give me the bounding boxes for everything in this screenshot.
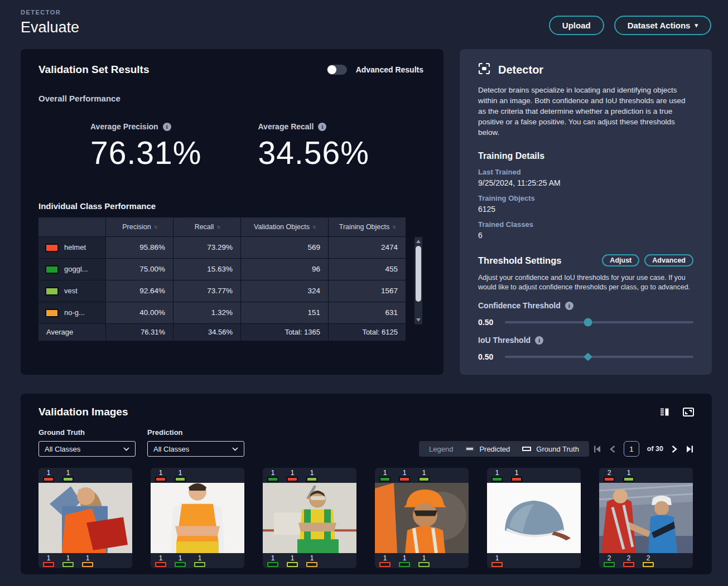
table-row: no-g... 40.00% 1.32% 151 631 [38,302,414,323]
recall-cell: 15.63% [173,259,240,280]
scrollbar-thumb[interactable] [416,246,421,302]
ground-truth-select[interactable]: All Classes [38,441,136,457]
confidence-threshold-slider[interactable] [505,321,693,323]
confidence-threshold-value: 0.50 [478,318,505,327]
last-trained-detail: Last Trained 9/25/2024, 11:25:25 AM [478,168,693,187]
iou-threshold-block: IoU Threshold i 0.50 [478,336,693,361]
page-number-input[interactable] [624,441,639,457]
list-view-icon[interactable] [660,408,669,417]
recall-column-header[interactable]: Recall↑↓ [173,217,240,236]
precision-column-header[interactable]: Precision↑↓ [106,217,173,236]
average-label: Average [38,324,105,341]
sort-icon[interactable]: ↑↓ [392,224,395,230]
validation-photo [375,483,469,553]
table-body: helmet 95.86% 73.29% 569 2474 goggl... 7… [38,237,414,323]
average-recall-cell: 34.56% [173,324,240,341]
ground-truth-select-value: All Classes [45,445,80,453]
average-precision-metric: Average Precision i 76.31% [90,122,258,171]
predicted-chip [155,477,166,482]
validation-image-card[interactable]: 2 1 2 2 2 [599,468,693,568]
training-objects-label: Training Objects [478,194,693,202]
class-performance-table: Precision↑↓ Recall↑↓ Validation Objects↑… [38,217,414,341]
next-page-button[interactable] [671,445,678,453]
ground-truth-chip [643,562,654,567]
predicted-badges: 1 1 1 [375,468,469,483]
ground-truth-chip [287,562,298,567]
training-objects-detail: Training Objects 6125 [478,194,693,214]
predicted-chip [43,477,54,482]
sort-icon[interactable]: ↑↓ [312,224,315,230]
recall-cell: 73.29% [173,237,240,258]
info-icon[interactable]: i [163,123,171,131]
validation-image-card[interactable]: 1 1 1 [487,468,581,568]
sort-icon[interactable]: ↑↓ [216,224,219,230]
average-recall-value: 34.56% [258,134,426,171]
ground-truth-chip [399,562,410,567]
info-icon[interactable]: i [535,336,543,345]
chevron-down-icon: ▾ [695,22,698,29]
scroll-down-icon[interactable] [416,318,421,322]
main-row: Validation Set Results Advanced Results … [0,49,728,375]
trained-classes-label: Trained Classes [478,220,693,229]
validation-total-cell: Total: 1365 [241,324,328,341]
training-objects-cell: 1567 [329,280,406,302]
advanced-button[interactable]: Advanced [644,254,693,267]
ground-truth-chip [623,562,634,567]
ground-truth-chip [62,562,74,567]
validation-image-card[interactable]: 1 1 1 1 1 1 [263,468,356,568]
info-icon[interactable]: i [565,302,573,310]
last-page-button[interactable] [686,445,694,453]
class-performance-heading: Individual Class Performance [38,201,426,211]
threshold-settings-head: Threshold Settings Adjust Advanced [478,254,693,267]
predicted-chip [267,477,278,482]
adjust-button[interactable]: Adjust [602,254,639,267]
table-header-row: Precision↑↓ Recall↑↓ Validation Objects↑… [38,217,414,236]
info-icon[interactable]: i [318,123,326,131]
slider-knob[interactable] [584,352,592,361]
validation-image-card[interactable]: 1 1 1 1 1 [151,468,244,568]
detector-head: Detector [478,62,693,77]
class-name: helmet [64,237,86,258]
scroll-up-icon[interactable] [416,240,421,243]
ground-truth-badges: 2 2 2 [599,553,693,568]
table-scrollbar[interactable] [414,237,422,325]
confidence-threshold-label: Confidence Threshold [478,301,561,310]
ground-truth-badges: 1 1 1 [263,553,356,568]
precision-cell: 40.00% [106,302,173,323]
trained-classes-detail: Trained Classes 6 [478,220,693,240]
first-page-button[interactable] [593,445,601,453]
predicted-chip [175,477,186,482]
ground-truth-chip [43,562,54,567]
predicted-chip [62,477,74,482]
validation-photo [151,483,244,553]
iou-threshold-slider[interactable] [505,356,693,358]
legend-predicted: Predicted [465,445,510,453]
validation-image-card[interactable]: 1 1 1 1 1 1 [375,468,469,568]
predicted-chip [491,477,503,482]
advanced-results-toggle-group: Advanced Results [327,65,426,75]
validation-results-panel: Validation Set Results Advanced Results … [21,49,443,375]
overall-performance-heading: Overall Performance [38,94,426,103]
slider-knob[interactable] [584,318,592,327]
sort-icon[interactable]: ↑↓ [154,224,157,230]
training-details-heading: Training Details [478,151,693,161]
toggle-knob [327,65,336,74]
advanced-results-toggle[interactable] [327,65,347,75]
expand-icon[interactable] [683,408,694,417]
iou-threshold-label: IoU Threshold [478,336,531,345]
training-objects-column-header[interactable]: Training Objects↑↓ [329,217,406,236]
validation-objects-column-header[interactable]: Validation Objects↑↓ [241,217,328,236]
ground-truth-chip [379,562,390,567]
pagination: of 30 [593,441,694,457]
prediction-select[interactable]: All Classes [147,441,244,457]
validation-image-card[interactable]: 1 1 1 1 1 [38,468,132,568]
previous-page-button[interactable] [609,445,616,453]
training-objects-cell: 455 [329,259,406,280]
ground-truth-chip [82,562,93,567]
average-precision-cell: 76.31% [106,324,173,341]
dataset-actions-button[interactable]: Dataset Actions ▾ [614,16,711,35]
upload-button[interactable]: Upload [549,16,604,35]
average-precision-label: Average Precision [90,122,158,131]
ground-truth-chip [306,562,317,567]
class-column-header [38,217,105,236]
